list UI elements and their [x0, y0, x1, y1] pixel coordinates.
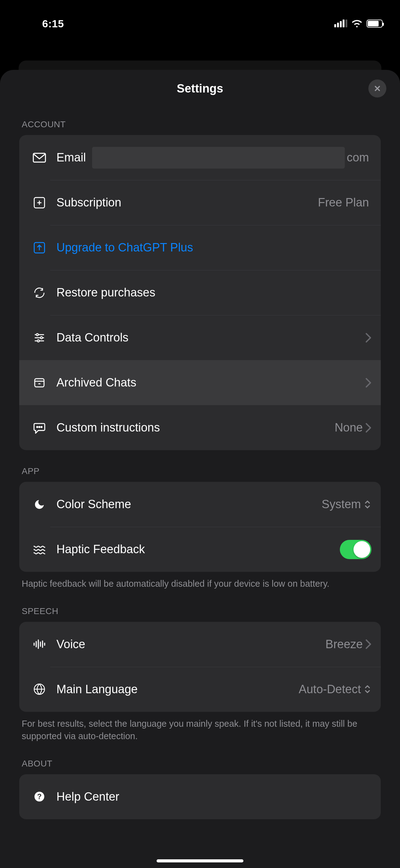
row-label: Custom instructions [57, 421, 160, 434]
row-email[interactable]: Email com [19, 135, 381, 180]
question-circle-icon: ? [29, 791, 50, 803]
group-speech: Voice Breeze Main Language Auto-Detect [19, 622, 381, 712]
row-value: System [322, 498, 361, 511]
svg-rect-0 [33, 153, 45, 162]
haptic-toggle[interactable] [340, 540, 371, 559]
chevron-right-icon [365, 377, 371, 388]
waves-icon [29, 544, 50, 555]
row-data-controls[interactable]: Data Controls [19, 315, 381, 360]
row-main-language[interactable]: Main Language Auto-Detect [19, 667, 381, 712]
row-label: Email [57, 151, 86, 164]
row-upgrade[interactable]: Upgrade to ChatGPT Plus [19, 225, 381, 270]
row-value: Breeze [326, 638, 363, 651]
svg-point-9 [41, 426, 42, 427]
archive-icon [29, 377, 50, 389]
redacted-email [92, 147, 345, 168]
waveform-icon [29, 639, 50, 649]
row-color-scheme[interactable]: Color Scheme System [19, 482, 381, 527]
row-value: Free Plan [318, 196, 369, 209]
sliders-icon [29, 332, 50, 344]
home-indicator[interactable] [157, 859, 243, 862]
svg-point-5 [37, 340, 39, 342]
chevron-up-down-icon [363, 499, 371, 510]
globe-icon [29, 683, 50, 695]
svg-point-4 [40, 337, 42, 339]
row-label: Restore purchases [57, 286, 155, 299]
row-label: Help Center [57, 790, 120, 803]
svg-point-8 [39, 426, 40, 427]
cellular-icon [334, 20, 347, 27]
battery-icon [367, 20, 382, 28]
row-value: None [335, 421, 363, 434]
row-label: Archived Chats [57, 376, 136, 389]
status-time: 6:15 [42, 18, 64, 30]
row-restore-purchases[interactable]: Restore purchases [19, 270, 381, 315]
row-label: Main Language [57, 683, 138, 696]
chevron-right-icon [365, 423, 371, 433]
row-haptic-feedback[interactable]: Haptic Feedback [19, 527, 381, 572]
row-label: Data Controls [57, 331, 128, 344]
row-voice[interactable]: Voice Breeze [19, 622, 381, 667]
group-app: Color Scheme System Haptic Feedback [19, 482, 381, 572]
envelope-icon [29, 153, 50, 163]
chevron-up-down-icon [363, 684, 371, 694]
plus-square-icon [29, 196, 50, 209]
status-bar: 6:15 [0, 0, 400, 34]
row-help-center[interactable]: ? Help Center [19, 774, 381, 819]
status-indicators [334, 20, 382, 28]
svg-text:?: ? [37, 792, 42, 801]
section-header-speech: SPEECH [22, 606, 381, 616]
chevron-right-icon [365, 639, 371, 649]
close-button[interactable] [368, 80, 386, 97]
row-label: Color Scheme [57, 498, 131, 511]
row-value: Auto-Detect [299, 683, 361, 696]
svg-point-3 [36, 333, 38, 336]
wifi-icon [352, 20, 362, 28]
group-about: ? Help Center [19, 774, 381, 819]
section-header-app: APP [22, 466, 381, 476]
row-label: Voice [57, 638, 85, 651]
row-custom-instructions[interactable]: Custom instructions None [19, 405, 381, 450]
section-header-about: ABOUT [22, 759, 381, 769]
row-archived-chats[interactable]: Archived Chats [19, 360, 381, 405]
speech-footer: For best results, select the language yo… [22, 717, 378, 743]
refresh-icon [29, 286, 50, 299]
chat-bubble-icon [29, 422, 50, 434]
settings-sheet: Settings ACCOUNT Email com [0, 70, 400, 868]
row-label: Upgrade to ChatGPT Plus [57, 241, 193, 254]
group-account: Email com Subscription Free Plan [19, 135, 381, 450]
moon-icon [29, 499, 50, 510]
sheet-title: Settings [177, 82, 223, 95]
row-subscription[interactable]: Subscription Free Plan [19, 180, 381, 225]
sheet-header: Settings [0, 70, 400, 107]
row-label: Haptic Feedback [57, 542, 145, 556]
haptic-footer: Haptic feedback will be automatically di… [22, 578, 378, 590]
row-label: Subscription [57, 196, 121, 209]
chevron-right-icon [365, 333, 371, 343]
svg-rect-6 [35, 378, 44, 387]
arrow-up-square-icon [29, 242, 50, 254]
email-suffix: com [347, 151, 369, 164]
section-header-account: ACCOUNT [22, 120, 381, 129]
svg-point-7 [37, 426, 37, 427]
close-icon [373, 85, 381, 93]
